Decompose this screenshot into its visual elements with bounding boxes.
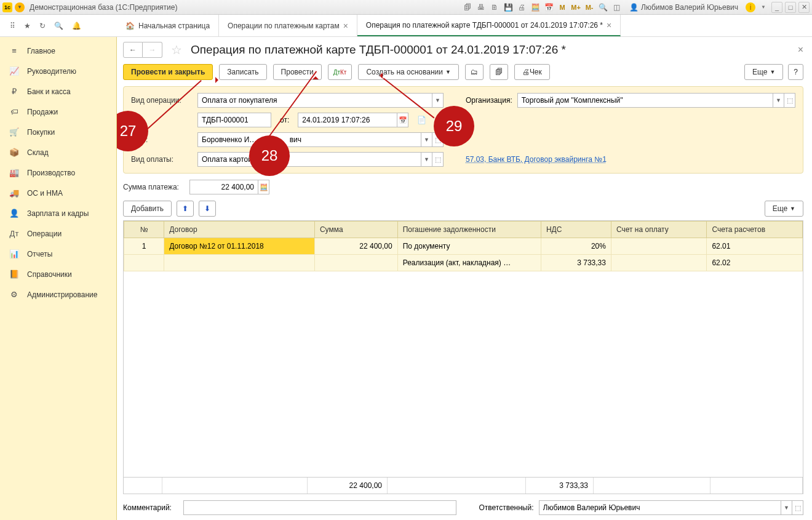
- move-down-button[interactable]: ⬇: [199, 201, 216, 217]
- table-cell[interactable]: [611, 238, 706, 255]
- column-header[interactable]: Договор: [164, 222, 315, 238]
- table-cell[interactable]: 3 733,33: [541, 255, 611, 271]
- table-cell[interactable]: 20%: [541, 238, 611, 255]
- save-button[interactable]: Записать: [219, 64, 266, 80]
- close-icon[interactable]: ×: [607, 20, 611, 30]
- sidebar-item[interactable]: ₽Банк и касса: [0, 81, 116, 102]
- pay-type-field[interactable]: [202, 155, 417, 164]
- calendar-icon[interactable]: 📅: [543, 2, 554, 13]
- pay-type-dropdown[interactable]: ▼: [421, 152, 432, 167]
- column-header[interactable]: №: [124, 222, 164, 238]
- counterparty-field[interactable]: [202, 135, 417, 144]
- search-icon[interactable]: 🔍: [54, 22, 63, 30]
- structure-button[interactable]: 🗂: [465, 64, 484, 80]
- sum-field[interactable]: [194, 183, 254, 191]
- minimize-button[interactable]: _: [771, 2, 782, 13]
- comment-field[interactable]: [188, 503, 452, 512]
- column-header[interactable]: Сумма: [314, 222, 397, 238]
- sidebar-item[interactable]: 📊Отчеты: [0, 244, 116, 264]
- close-icon[interactable]: ×: [343, 21, 348, 31]
- counterparty-dropdown[interactable]: ▼: [421, 132, 432, 147]
- calc-icon[interactable]: 🧮: [530, 2, 541, 13]
- nav-forward-button[interactable]: →: [143, 42, 162, 58]
- m-plus-button[interactable]: M+: [570, 2, 581, 13]
- pay-type-open[interactable]: ⬚: [432, 152, 444, 167]
- sidebar-item[interactable]: 🚚ОС и НМА: [0, 183, 116, 203]
- sidebar-item[interactable]: 🏷Продажи: [0, 102, 116, 122]
- sidebar-item[interactable]: 🏭Производство: [0, 162, 116, 183]
- panels-icon[interactable]: ◫: [611, 2, 622, 13]
- history-icon[interactable]: ↻: [39, 22, 46, 30]
- print-icon[interactable]: 🖶: [476, 2, 487, 13]
- table-cell[interactable]: [164, 255, 315, 271]
- sidebar-item[interactable]: 👤Зарплата и кадры: [0, 203, 116, 223]
- m-minus-button[interactable]: M-: [584, 2, 595, 13]
- receipt-button[interactable]: 🖨 Чек: [514, 64, 550, 80]
- nav-back-button[interactable]: ←: [123, 42, 143, 58]
- maximize-button[interactable]: □: [785, 2, 796, 13]
- sidebar-item[interactable]: ⚙Администрирование: [0, 284, 116, 305]
- table-cell[interactable]: [611, 255, 706, 271]
- doc-number-field[interactable]: [202, 116, 267, 124]
- table-cell[interactable]: Реализация (акт, накладная) …: [397, 255, 541, 271]
- column-header[interactable]: НДС: [541, 222, 611, 238]
- op-type-field[interactable]: [202, 96, 428, 105]
- favorite-icon[interactable]: ★: [24, 22, 31, 30]
- org-dropdown[interactable]: ▼: [773, 93, 784, 108]
- app-menu-dropdown[interactable]: ▼: [15, 2, 25, 12]
- responsible-field[interactable]: [543, 503, 777, 512]
- toolbar-icon[interactable]: 🗐: [462, 2, 473, 13]
- doc-icon[interactable]: 🗎: [489, 2, 500, 13]
- info-dropdown[interactable]: ▼: [758, 2, 769, 13]
- sidebar-item[interactable]: ≡Главное: [0, 41, 116, 61]
- table-cell[interactable]: Договор №12 от 01.11.2018: [164, 238, 315, 255]
- table-cell[interactable]: [314, 255, 397, 271]
- dtkt-button[interactable]: ДтКт: [328, 64, 352, 80]
- detail-table[interactable]: №ДоговорСуммаПогашение задолженностиНДСС…: [124, 221, 803, 271]
- move-up-button[interactable]: ⬆: [177, 201, 194, 217]
- column-header[interactable]: Погашение задолженности: [397, 222, 541, 238]
- responsible-dropdown[interactable]: ▼: [781, 500, 792, 515]
- tab-operations-list[interactable]: Операции по платежным картам ×: [219, 15, 357, 36]
- create-based-on-button[interactable]: Создать на основании▼: [358, 64, 458, 80]
- table-cell[interactable]: 22 400,00: [314, 238, 397, 255]
- calendar-button[interactable]: 📅: [397, 113, 408, 127]
- m-button[interactable]: M: [557, 2, 568, 13]
- column-header[interactable]: Счета расчетов: [707, 222, 803, 238]
- more-button[interactable]: Еще▼: [744, 64, 783, 80]
- org-field[interactable]: [522, 96, 769, 105]
- table-cell[interactable]: 62.01: [707, 238, 803, 255]
- close-page-button[interactable]: ×: [798, 44, 803, 55]
- org-open-button[interactable]: ⬚: [784, 93, 795, 108]
- table-cell[interactable]: 1: [124, 238, 164, 255]
- doc-date-field[interactable]: [302, 116, 393, 124]
- user-menu[interactable]: 👤Любимов Валерий Юрьевич: [629, 3, 738, 12]
- tab-home[interactable]: 🏠 Начальная страница: [117, 15, 219, 36]
- grid-more-button[interactable]: Еще▼: [765, 201, 803, 217]
- zoom-icon[interactable]: 🔍: [597, 2, 608, 13]
- table-cell[interactable]: 62.02: [707, 255, 803, 271]
- help-button[interactable]: ?: [788, 64, 803, 80]
- responsible-open[interactable]: ⬚: [792, 500, 803, 515]
- printer-icon[interactable]: 🖨: [516, 2, 527, 13]
- add-row-button[interactable]: Добавить: [123, 201, 172, 217]
- favorite-star-icon[interactable]: ☆: [171, 42, 182, 57]
- op-type-dropdown[interactable]: ▼: [432, 93, 444, 108]
- table-row[interactable]: Реализация (акт, накладная) …3 733,3362.…: [124, 255, 803, 271]
- column-header[interactable]: Счет на оплату: [611, 222, 706, 238]
- apps-icon[interactable]: ⠿: [10, 22, 15, 30]
- table-cell[interactable]: [124, 255, 164, 271]
- calculator-button[interactable]: 🧮: [258, 180, 269, 194]
- sidebar-item[interactable]: 📦Склад: [0, 142, 116, 162]
- tab-operation-card[interactable]: Операция по платежной карте ТДБП-000001 …: [357, 15, 621, 36]
- table-cell[interactable]: По документу: [397, 238, 541, 255]
- files-button[interactable]: 🗐: [490, 64, 508, 80]
- acquiring-link[interactable]: 57.03, Банк ВТБ, Договор эквайринга №1: [466, 155, 607, 164]
- sidebar-item[interactable]: 📈Руководителю: [0, 61, 116, 81]
- close-window-button[interactable]: ✕: [798, 2, 810, 13]
- post-and-close-button[interactable]: Провести и закрыть: [123, 64, 213, 80]
- sidebar-item[interactable]: 📙Справочники: [0, 264, 116, 284]
- save-disk-icon[interactable]: 💾: [503, 2, 514, 13]
- bell-icon[interactable]: 🔔: [72, 22, 81, 30]
- sidebar-item[interactable]: 🛒Покупки: [0, 122, 116, 142]
